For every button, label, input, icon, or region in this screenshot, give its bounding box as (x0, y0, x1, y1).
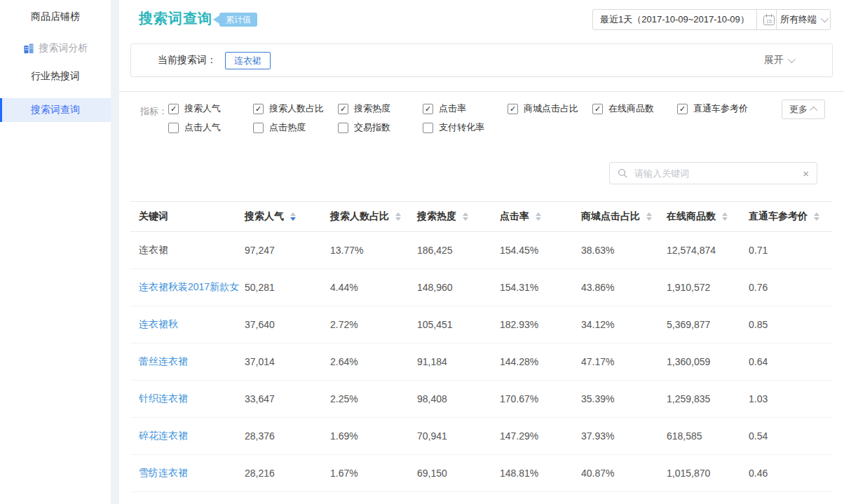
search-icon (618, 168, 627, 178)
cumulative-badge: 累计值 (213, 13, 257, 27)
svg-text:15: 15 (766, 19, 772, 24)
value-cell-2: 91,184 (417, 356, 500, 367)
metric-checkbox-label: 点击人气 (184, 121, 221, 134)
metric-checkbox-2-0[interactable]: 点击人气 (168, 121, 253, 134)
value-cell-5: 12,574,874 (667, 245, 749, 256)
value-cell-5: 1,360,059 (667, 356, 749, 367)
value-cell-5: 1,015,870 (667, 468, 749, 479)
more-button[interactable]: 更多 (782, 100, 825, 119)
keyword-link[interactable]: 连衣裙秋装2017新款女 (139, 281, 239, 294)
metric-checkbox-label: 点击率 (439, 102, 466, 115)
expand-button[interactable]: 展开 (764, 54, 794, 67)
value-cell-4: 38.63% (581, 245, 667, 256)
table-column-header-5[interactable]: 商城点击占比 (581, 210, 667, 223)
sort-arrows-icon[interactable] (463, 212, 468, 221)
metric-checkbox-2-2[interactable]: 交易指数 (338, 121, 423, 134)
table-column-header-6[interactable]: 在线商品数 (667, 210, 749, 223)
sidebar-item-2[interactable]: 行业热搜词 (0, 64, 111, 88)
sort-arrows-icon[interactable] (290, 212, 296, 221)
keyword-cell: 连衣裙秋装2017新款女 (130, 281, 245, 294)
sidebar-item-3-active[interactable]: 搜索词查询 (0, 98, 111, 122)
value-cell-2: 148,960 (417, 282, 500, 293)
metric-checkbox-1-6[interactable]: ✓直通车参考价 (677, 102, 762, 115)
chevron-down-icon (821, 15, 829, 22)
table-column-header-4[interactable]: 点击率 (500, 210, 581, 223)
value-cell-5: 618,585 (667, 430, 749, 442)
metric-checkbox-1-5[interactable]: ✓在线商品数 (592, 102, 677, 115)
badge-label: 累计值 (219, 13, 257, 27)
column-header-label: 直通车参考价 (749, 210, 808, 223)
current-word-chip[interactable]: 连衣裙 (225, 52, 271, 69)
column-header-label: 搜索人数占比 (330, 210, 389, 223)
date-range-text[interactable]: 最近1天（2017-10-09~2017-10-09） (593, 10, 756, 29)
chevron-up-icon (810, 107, 817, 114)
metrics-checkbox-row-1: ✓搜索人气✓搜索人数占比✓搜索热度✓点击率✓商城点击占比✓在线商品数✓直通车参考… (168, 102, 762, 115)
value-cell-6: 0.54 (749, 430, 833, 442)
value-cell-6: 0.76 (749, 282, 833, 293)
table-column-header-7[interactable]: 直通车参考价 (749, 210, 833, 223)
value-cell-0: 50,281 (245, 282, 330, 293)
keyword-search-input[interactable] (633, 168, 797, 179)
metric-checkbox-1-2[interactable]: ✓搜索热度 (338, 102, 423, 115)
app-window: 商品店铺榜搜索词分析行业热搜词搜索词查询 搜索词查询 累计值 最近1天（2017… (0, 0, 844, 504)
metric-checkbox-label: 直通车参考价 (693, 102, 748, 115)
value-cell-3: 154.45% (500, 245, 581, 256)
section-divider (119, 91, 844, 92)
sort-arrows-icon[interactable] (395, 212, 401, 221)
column-header-label: 点击率 (500, 210, 529, 223)
metric-checkbox-2-1[interactable]: 点击热度 (253, 121, 338, 134)
sort-arrows-icon[interactable] (722, 212, 728, 221)
terminal-dropdown[interactable]: 所有终端 (776, 9, 831, 30)
date-range-picker[interactable]: 最近1天（2017-10-09~2017-10-09） 15 (592, 9, 782, 30)
keyword-search-box[interactable]: × (609, 162, 817, 184)
checkbox-checked-icon[interactable]: ✓ (168, 104, 179, 114)
checkbox-unchecked-icon[interactable] (338, 123, 348, 133)
checkbox-checked-icon[interactable]: ✓ (508, 104, 518, 114)
column-header-label: 搜索人气 (245, 210, 284, 223)
checkbox-checked-icon[interactable]: ✓ (423, 104, 433, 114)
table-column-header-1[interactable]: 搜索人气 (245, 210, 330, 223)
sidebar-item-label: 行业热搜词 (31, 70, 80, 83)
checkbox-unchecked-icon[interactable] (423, 123, 433, 133)
sort-arrows-icon[interactable] (536, 212, 541, 221)
metric-checkbox-1-1[interactable]: ✓搜索人数占比 (253, 102, 338, 115)
table-row-1: 连衣裙秋装2017新款女50,2814.44%148,960154.31%43.… (130, 269, 833, 306)
keyword-link[interactable]: 连衣裙秋 (139, 318, 178, 331)
keyword-cell: 碎花连衣裙 (130, 430, 245, 442)
metric-checkbox-1-4[interactable]: ✓商城点击占比 (508, 102, 592, 115)
value-cell-3: 182.93% (500, 319, 581, 330)
value-cell-1: 4.44% (330, 282, 417, 293)
table-row-0: 连衣裙97,24713.77%186,425154.45%38.63%12,57… (130, 232, 833, 269)
value-cell-1: 2.25% (330, 393, 417, 404)
value-cell-4: 35.39% (581, 393, 667, 404)
keyword-link[interactable]: 碎花连衣裙 (139, 430, 188, 442)
sort-arrows-icon[interactable] (646, 212, 652, 221)
keyword-link[interactable]: 雪纺连衣裙 (139, 467, 188, 479)
metric-checkbox-1-0[interactable]: ✓搜索人气 (168, 102, 253, 115)
value-cell-3: 147.29% (500, 430, 581, 442)
metric-checkbox-1-3[interactable]: ✓点击率 (423, 102, 508, 115)
metric-checkbox-2-3[interactable]: 支付转化率 (423, 121, 508, 134)
checkbox-checked-icon[interactable]: ✓ (677, 104, 688, 114)
checkbox-checked-icon[interactable]: ✓ (592, 104, 603, 114)
checkbox-checked-icon[interactable]: ✓ (338, 104, 348, 114)
value-cell-0: 97,247 (245, 245, 330, 256)
table-row-6: 雪纺连衣裙28,2161.67%69,150148.81%40.87%1,015… (130, 455, 833, 492)
keyword-link[interactable]: 蕾丝连衣裙 (139, 355, 188, 368)
clear-icon[interactable]: × (803, 168, 809, 179)
keyword-link[interactable]: 针织连衣裙 (139, 393, 188, 405)
value-cell-0: 37,640 (245, 319, 330, 330)
sort-arrows-icon[interactable] (814, 212, 819, 221)
main-content: 搜索词查询 累计值 最近1天（2017-10-09~2017-10-09） 15… (119, 0, 844, 504)
value-cell-0: 37,014 (245, 356, 330, 367)
current-word-label: 当前搜索词： (158, 54, 217, 67)
value-cell-4: 43.86% (581, 282, 667, 293)
metrics-checkbox-row-2: 点击人气点击热度交易指数支付转化率 (168, 121, 508, 134)
value-cell-2: 105,451 (417, 319, 500, 330)
checkbox-unchecked-icon[interactable] (253, 123, 264, 133)
checkbox-checked-icon[interactable]: ✓ (253, 104, 264, 114)
table-column-header-3[interactable]: 搜索热度 (417, 210, 500, 223)
sidebar-item-0[interactable]: 商品店铺榜 (0, 5, 111, 29)
checkbox-unchecked-icon[interactable] (168, 123, 179, 133)
table-column-header-2[interactable]: 搜索人数占比 (330, 210, 417, 223)
